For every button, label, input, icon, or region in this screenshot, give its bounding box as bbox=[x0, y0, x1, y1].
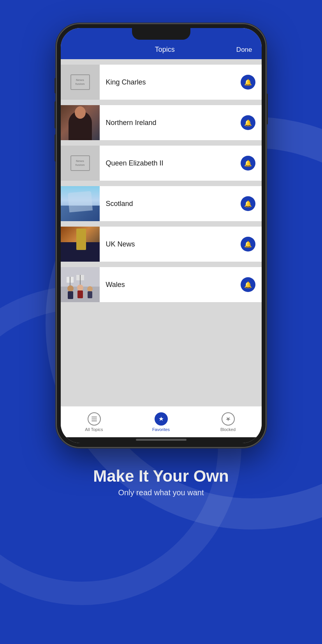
favorites-icon-container bbox=[155, 412, 168, 426]
thumbnail-queen-elizabeth: News fusion bbox=[61, 146, 100, 181]
notch bbox=[132, 28, 190, 40]
topic-name-northern-ireland: Northern Ireland bbox=[106, 119, 157, 127]
news-fusion-placeholder-logo: News fusion bbox=[70, 74, 90, 90]
blocked-icon-container bbox=[222, 412, 235, 426]
tab-bar: All Topics Favorites Blocked bbox=[61, 406, 262, 437]
svg-rect-14 bbox=[91, 421, 97, 421]
topics-list: News fusion King Charles 🔔 bbox=[61, 59, 262, 406]
svg-rect-11 bbox=[88, 291, 92, 298]
tab-favorites-label: Favorites bbox=[152, 427, 170, 432]
volume-down-button bbox=[55, 134, 56, 162]
svg-rect-3 bbox=[70, 277, 70, 287]
thumbs-down-icon bbox=[225, 415, 232, 422]
bell-button-king-charles[interactable]: 🔔 bbox=[241, 75, 255, 90]
topic-row-wales[interactable]: Wales 🔔 bbox=[61, 267, 262, 302]
bottom-title: Make It Your Own bbox=[93, 467, 229, 485]
bell-button-queen-elizabeth[interactable]: 🔔 bbox=[241, 156, 255, 171]
separator bbox=[61, 140, 262, 146]
thumbs-up-icon bbox=[158, 415, 165, 422]
all-topics-icon-container bbox=[88, 412, 101, 426]
volume-up-button bbox=[55, 101, 56, 128]
topic-name-wales: Wales bbox=[106, 281, 125, 289]
tab-favorites[interactable]: Favorites bbox=[128, 412, 195, 432]
svg-rect-12 bbox=[91, 417, 97, 417]
bell-button-northern-ireland[interactable]: 🔔 bbox=[241, 115, 255, 130]
separator bbox=[61, 262, 262, 267]
thumbnail-northern-ireland bbox=[61, 105, 100, 140]
tab-blocked[interactable]: Blocked bbox=[195, 412, 262, 432]
bell-icon: 🔔 bbox=[244, 241, 252, 248]
bell-icon: 🔔 bbox=[244, 79, 252, 86]
news-fusion-placeholder-logo: News fusion bbox=[70, 155, 90, 171]
tab-all-topics-label: All Topics bbox=[85, 427, 103, 432]
bell-icon: 🔔 bbox=[244, 119, 252, 127]
topic-name-uk-news: UK News bbox=[106, 240, 135, 248]
thumbnail-wales bbox=[61, 267, 100, 302]
svg-point-8 bbox=[77, 285, 83, 291]
list-icon bbox=[91, 415, 98, 422]
topic-info: UK News bbox=[100, 240, 241, 248]
thumbnail-king-charles: News fusion bbox=[61, 65, 100, 100]
topic-name-scotland: Scotland bbox=[106, 200, 133, 208]
topic-row-queen-elizabeth[interactable]: News fusion Queen Elizabeth II 🔔 bbox=[61, 146, 262, 181]
topic-info: King Charles bbox=[100, 78, 241, 86]
svg-rect-13 bbox=[91, 419, 97, 419]
svg-rect-7 bbox=[68, 291, 73, 299]
topic-info: Scotland bbox=[100, 200, 241, 208]
topic-row-uk-news[interactable]: UK News 🔔 bbox=[61, 227, 262, 262]
page-title: Topics bbox=[93, 46, 236, 54]
topic-info: Northern Ireland bbox=[100, 119, 241, 127]
separator bbox=[61, 100, 262, 105]
topic-name-king-charles: King Charles bbox=[106, 78, 146, 86]
svg-point-10 bbox=[87, 286, 93, 292]
topic-row-northern-ireland[interactable]: Northern Ireland 🔔 bbox=[61, 105, 262, 140]
phone-screen: Topics Done News fusion bbox=[61, 28, 262, 443]
thumbnail-uk-news bbox=[61, 227, 100, 262]
done-button[interactable]: Done bbox=[236, 46, 252, 54]
svg-rect-9 bbox=[77, 290, 83, 298]
home-indicator-area bbox=[61, 437, 262, 443]
separator bbox=[61, 221, 262, 227]
topic-row-scotland[interactable]: Scotland 🔔 bbox=[61, 186, 262, 221]
topic-row-king-charles[interactable]: News fusion King Charles 🔔 bbox=[61, 65, 262, 100]
bottom-subtitle: Only read what you want bbox=[93, 488, 229, 497]
topic-name-queen-elizabeth: Queen Elizabeth II bbox=[106, 159, 164, 167]
home-indicator-bar bbox=[136, 439, 187, 441]
phone-mockup: Topics Done News fusion bbox=[56, 23, 266, 448]
bell-icon: 🔔 bbox=[244, 200, 252, 208]
silent-button bbox=[55, 78, 56, 93]
thumbnail-scotland bbox=[61, 186, 100, 221]
svg-point-6 bbox=[67, 285, 74, 292]
separator bbox=[61, 181, 262, 186]
topic-info: Wales bbox=[100, 281, 241, 289]
separator bbox=[61, 59, 262, 65]
bell-button-wales[interactable]: 🔔 bbox=[241, 277, 255, 292]
separator-bottom bbox=[61, 302, 262, 308]
power-button bbox=[266, 93, 268, 125]
bottom-text: Make It Your Own Only read what you want bbox=[93, 467, 229, 497]
bell-icon: 🔔 bbox=[244, 281, 252, 289]
bell-icon: 🔔 bbox=[244, 160, 252, 167]
bell-button-uk-news[interactable]: 🔔 bbox=[241, 237, 255, 252]
bell-button-scotland[interactable]: 🔔 bbox=[241, 196, 255, 211]
tab-blocked-label: Blocked bbox=[220, 427, 236, 432]
tab-all-topics[interactable]: All Topics bbox=[61, 412, 128, 432]
topic-info: Queen Elizabeth II bbox=[100, 159, 241, 167]
